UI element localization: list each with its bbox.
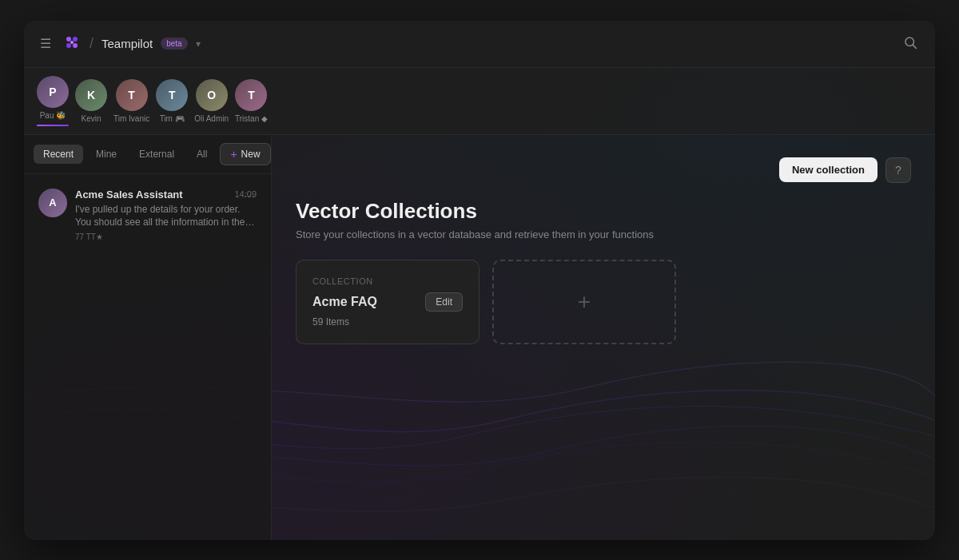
more-options-icon[interactable]: ⋯ xyxy=(239,189,260,205)
tab-all[interactable]: All xyxy=(187,145,217,164)
new-collection-button[interactable]: New collection xyxy=(779,157,877,182)
avatar-kevin[interactable]: K Kevin xyxy=(75,79,107,123)
sidebar-tab-bar: Recent Mine External All + New xyxy=(24,135,271,174)
add-collection-card[interactable]: + xyxy=(492,260,676,344)
avatar-row: P Pau 🐝 K Kevin T Tim Ivanic T Tim 🎮 O O… xyxy=(24,68,935,135)
app-header: ☰ / Teampilot beta ▾ xyxy=(24,21,935,68)
chat-content: Acme Sales Assistant 14:09 I've pulled u… xyxy=(75,189,257,242)
svg-point-0 xyxy=(66,37,71,42)
chevron-down-icon[interactable]: ▾ xyxy=(196,38,201,50)
svg-point-4 xyxy=(70,41,74,44)
avatar-tristan[interactable]: T Tristan ◆ xyxy=(235,79,268,123)
avatar-circle: P xyxy=(37,76,69,108)
avatar-circle: T xyxy=(116,79,148,111)
avatar-label: Tristan ◆ xyxy=(235,114,268,123)
avatar-label: Oli Admin xyxy=(194,114,229,123)
avatar-tim-i[interactable]: T Tim Ivanic xyxy=(113,79,149,123)
avatar-label: Tim Ivanic xyxy=(113,114,149,123)
breadcrumb-separator: / xyxy=(90,35,94,52)
collection-card[interactable]: Collection Acme FAQ Edit 59 Items xyxy=(296,260,480,344)
avatar: A xyxy=(38,189,67,217)
collection-item-count: 59 Items xyxy=(312,316,463,328)
tab-recent[interactable]: Recent xyxy=(34,145,83,164)
svg-point-2 xyxy=(66,43,71,48)
search-icon[interactable] xyxy=(898,30,922,58)
avatar-oli[interactable]: O Oli Admin xyxy=(194,79,229,123)
avatar-circle: K xyxy=(75,79,107,111)
avatar-circle: O xyxy=(196,79,228,111)
help-button[interactable]: ? xyxy=(885,157,911,183)
chat-header-row: Acme Sales Assistant 14:09 xyxy=(75,189,257,201)
chat-preview: I've pulled up the details for your orde… xyxy=(75,203,257,230)
collection-card-header: Acme FAQ Edit xyxy=(312,292,463,312)
chat-name: Acme Sales Assistant xyxy=(75,189,183,201)
new-chat-button[interactable]: + New xyxy=(220,143,270,165)
page-subtitle: Store your collections in a vector datab… xyxy=(296,228,911,240)
main-content: New collection ? Vector Collections Stor… xyxy=(272,135,935,540)
sidebar: Recent Mine External All + New A Acme xyxy=(24,135,272,540)
avatar-label: Kevin xyxy=(81,114,101,123)
list-item[interactable]: A Acme Sales Assistant 14:09 I've pulled… xyxy=(30,181,265,250)
collection-type-label: Collection xyxy=(312,276,463,286)
beta-badge: beta xyxy=(161,38,187,50)
plus-icon: + xyxy=(230,148,237,161)
token-count: 77 TT★ xyxy=(75,232,103,241)
menu-icon[interactable]: ☰ xyxy=(37,33,54,54)
tab-mine[interactable]: Mine xyxy=(86,145,126,164)
chat-list: A Acme Sales Assistant 14:09 I've pulled… xyxy=(24,174,271,540)
avatar-label: Pau 🐝 xyxy=(40,111,66,120)
svg-point-1 xyxy=(73,37,78,42)
avatar-active-indicator xyxy=(37,125,69,126)
avatar-tim-s[interactable]: T Tim 🎮 xyxy=(156,79,188,123)
edit-collection-button[interactable]: Edit xyxy=(425,292,463,312)
avatar-label: Tim 🎮 xyxy=(160,114,185,123)
page-title: Vector Collections xyxy=(296,199,911,224)
chat-meta: 77 TT★ xyxy=(75,232,257,241)
logo-icon xyxy=(62,33,82,55)
app-name: Teampilot xyxy=(101,37,153,50)
avatar-pau[interactable]: P Pau 🐝 xyxy=(37,76,69,126)
collections-grid: Collection Acme FAQ Edit 59 Items + xyxy=(296,260,911,344)
avatar-circle: T xyxy=(156,79,188,111)
collection-name: Acme FAQ xyxy=(312,295,377,309)
add-icon: + xyxy=(578,289,591,315)
svg-point-3 xyxy=(73,43,78,48)
tab-external[interactable]: External xyxy=(129,145,184,164)
avatar-circle: T xyxy=(235,79,267,111)
svg-line-6 xyxy=(913,45,916,48)
